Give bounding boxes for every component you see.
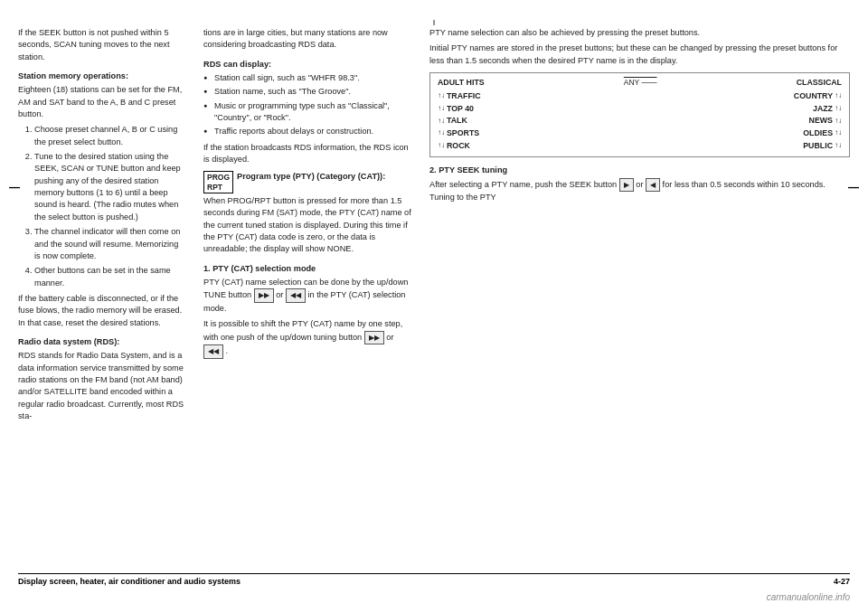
forward-button-2[interactable]: ▶▶	[364, 331, 384, 345]
footer-label: Display screen, heater, air conditioner …	[18, 577, 241, 586]
seek-intro: If the SEEK button is not pushed within …	[18, 27, 185, 63]
rds-heading: Radio data system (RDS):	[18, 336, 185, 348]
left-column: If the SEEK button is not pushed within …	[18, 27, 194, 541]
initial-note: Initial PTY names are stored in the pres…	[429, 42, 850, 67]
station-memory-steps: Choose preset channel A, B or C using th…	[18, 124, 185, 288]
bullet-1: Station call sign, such as "WHFR 98.3".	[203, 72, 411, 84]
pty-entry-row: ↑↓TOP 40JAZZ↑↓	[438, 103, 842, 115]
pty-header-adult-hits: ADULT HITS	[438, 77, 485, 89]
middle-column: tions are in large cities, but many stat…	[194, 27, 420, 541]
rds-icon-note: If the station broadcasts RDS informatio…	[203, 142, 411, 166]
side-dash-right: —	[848, 181, 859, 193]
step-3: The channel indicator will then come on …	[34, 226, 185, 262]
pty-right-label: OLDIES↑↓	[803, 127, 842, 139]
rds-cont: tions are in large cities, but many stat…	[203, 27, 411, 52]
pty-body: When PROG/RPT button is pressed for more…	[203, 195, 411, 256]
forward-button[interactable]: ▶▶	[254, 288, 274, 303]
pty-entry-row: ↑↓TALKNEWS↑↓	[438, 115, 842, 127]
pty1-shift-note: It is possible to shift the PTY (CAT) na…	[203, 318, 411, 359]
pty-entry-row: ↑↓ROCKPUBLIC↑↓	[438, 140, 842, 152]
pty1-heading: 1. PTY (CAT) selection mode	[203, 263, 411, 275]
right-column: PTY name selection can also be achieved …	[420, 27, 850, 541]
prog-box: PROG RPT	[203, 171, 233, 193]
bullet-3: Music or programming type such as "Class…	[203, 100, 411, 125]
step-4: Other buttons can be set in the same man…	[34, 265, 185, 289]
step-2: Tune to the desired station using the SE…	[34, 151, 185, 223]
pty-any-label: ANY ——	[624, 77, 657, 88]
rds-bullets: Station call sign, such as "WHFR 98.3". …	[203, 72, 411, 138]
seek-backward-button[interactable]: ◀	[646, 178, 660, 193]
pty-left-label: ↑↓TOP 40	[438, 103, 474, 115]
pty-header-classical: CLASSICAL	[797, 77, 842, 89]
pty-right-label: PUBLIC↑↓	[803, 140, 842, 152]
rds-display-heading: RDS can display:	[203, 59, 411, 71]
footer-page: 4-27	[834, 577, 850, 586]
pty-left-label: ↑↓TALK	[438, 115, 467, 127]
page-container: I — — If the SEEK button is not pushed w…	[0, 0, 868, 613]
rds-body: RDS stands for Radio Data System, and is…	[18, 350, 185, 422]
step-1: Choose preset channel A, B or C using th…	[34, 124, 185, 148]
pty-heading: Program type (PTY) (Category (CAT)):	[237, 171, 385, 183]
seek2-heading: 2. PTY SEEK tuning	[429, 165, 850, 176]
pty-entries: ↑↓TRAFFICCOUNTRY↑↓↑↓TOP 40JAZZ↑↓↑↓TALKNE…	[438, 90, 842, 152]
pty-entry-row: ↑↓TRAFFICCOUNTRY↑↓	[438, 90, 842, 102]
page-number-top: I	[433, 18, 436, 27]
seek-forward-button[interactable]: ▶	[619, 178, 634, 193]
prog-rpt-section: PROG RPT Program type (PTY) (Category (C…	[203, 171, 411, 193]
station-memory-heading: Station memory operations:	[18, 71, 185, 82]
pty-entry-row: ↑↓SPORTSOLDIES↑↓	[438, 127, 842, 139]
pty-left-label: ↑↓TRAFFIC	[438, 90, 481, 102]
pty-left-label: ↑↓SPORTS	[438, 127, 479, 139]
pty-grid-box: ADULT HITS ANY —— CLASSICAL ↑↓TRAFFICCOU…	[429, 72, 850, 157]
footer-row: Display screen, heater, air conditioner …	[18, 577, 850, 586]
content-area: If the SEEK button is not pushed within …	[18, 27, 850, 541]
seek2-body: After selecting a PTY name, push the SEE…	[429, 178, 850, 204]
pty1-body: PTY (CAT) name selection can be done by …	[203, 277, 411, 315]
pty-left-label: ↑↓ROCK	[438, 140, 470, 152]
backward-button[interactable]: ◀◀	[286, 288, 306, 303]
bottom-rule	[18, 573, 850, 574]
backward-button-2[interactable]: ◀◀	[203, 344, 223, 359]
battery-note: If the battery cable is disconnected, or…	[18, 293, 185, 329]
pty-header-row: ADULT HITS ANY —— CLASSICAL	[438, 77, 842, 89]
bullet-2: Station name, such as "The Groove".	[203, 86, 411, 98]
pty-right-label: NEWS↑↓	[809, 115, 842, 127]
pty-right-label: JAZZ↑↓	[813, 103, 842, 115]
bottom-bar: Display screen, heater, air conditioner …	[18, 566, 850, 586]
bullet-4: Traffic reports about delays or construc…	[203, 126, 411, 137]
watermark: carmanualonline.info	[767, 592, 850, 602]
pty-name-note: PTY name selection can also be achieved …	[429, 27, 850, 39]
side-dash-left: —	[9, 181, 20, 193]
station-memory-body: Eighteen (18) stations can be set for th…	[18, 84, 185, 120]
pty-right-label: COUNTRY↑↓	[794, 90, 842, 102]
